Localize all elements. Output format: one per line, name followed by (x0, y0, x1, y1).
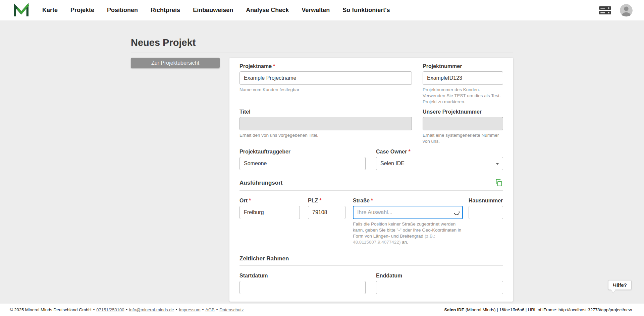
unsere-projektnummer-helper: Erhält eine systemgenerierte Nummer von … (423, 132, 503, 144)
required-asterisk: * (273, 63, 275, 69)
datenschutz-link[interactable]: Datenschutz (219, 307, 244, 312)
user-avatar[interactable] (620, 4, 633, 17)
titel-input (239, 117, 412, 130)
case-owner-select[interactable]: Selen IDE (376, 157, 503, 170)
projektname-helper: Name vom Kunden festlegbar (239, 87, 412, 93)
footer-left: © 2025 Mineral Minds Deutschland GmbH • … (10, 307, 244, 312)
projektname-label: Projektname* (239, 63, 412, 69)
nav-item-positionen[interactable]: Positionen (107, 7, 138, 14)
section-title-zeitlicher-rahmen: Zeitlicher Rahmen (239, 255, 289, 262)
footer-separator: • (176, 307, 177, 312)
footer: © 2025 Mineral Minds Deutschland GmbH • … (0, 304, 644, 316)
enddatum-input[interactable] (376, 281, 503, 294)
case-owner-label: Case Owner* (376, 148, 503, 155)
case-owner-label-text: Case Owner (376, 149, 407, 154)
project-form-card: Projektname* Name vom Kunden festlegbar … (229, 58, 513, 302)
hausnummer-input[interactable] (469, 206, 503, 219)
help-button-label: Hilfe? (613, 282, 627, 288)
nav-item-projekte[interactable]: Projekte (70, 7, 94, 14)
footer-session-info: Selen IDE (Mineral Minds) | 16fae1ffc6a6… (444, 307, 632, 312)
phone-link[interactable]: 07151/250100 (96, 307, 124, 312)
unsere-projektnummer-input (423, 117, 503, 130)
nav-item-verwalten[interactable]: Verwalten (302, 7, 330, 14)
strasse-input[interactable] (353, 206, 463, 219)
footer-user: Selen IDE (444, 307, 464, 312)
strasse-helper: Falls die Position keiner Straße zugeord… (353, 221, 463, 245)
footer-separator: • (202, 307, 204, 312)
projektauftraggeber-input[interactable] (239, 157, 366, 170)
section-divider (239, 190, 503, 191)
main-nav: Karte Projekte Positionen Richtpreis Ein… (42, 7, 390, 14)
person-icon (620, 4, 633, 17)
project-overview-button[interactable]: Zur Projektübersicht (131, 58, 220, 68)
mineral-minds-logo-icon (13, 3, 29, 17)
nav-item-einbauweisen[interactable]: Einbauweisen (193, 7, 233, 14)
agb-link[interactable]: AGB (205, 307, 214, 312)
brand-logo[interactable] (13, 3, 29, 17)
copyright-text: © 2025 Mineral Minds Deutschland GmbH (10, 307, 92, 312)
startdatum-input[interactable] (239, 281, 366, 294)
footer-session-details: (Mineral Minds) | 16fae1ffc6a6 | URL of … (464, 307, 632, 312)
nav-item-so-funktionierts[interactable]: So funktioniert's (342, 7, 390, 14)
plz-label: PLZ* (308, 197, 345, 204)
plz-input[interactable] (308, 206, 345, 219)
titel-label: Titel (239, 109, 412, 115)
copy-icon[interactable] (494, 178, 503, 187)
nav-item-analyse-check[interactable]: Analyse Check (246, 7, 289, 14)
required-asterisk: * (408, 149, 410, 154)
startdatum-label: Startdatum (239, 272, 366, 279)
email-link[interactable]: info@mineral-minds.de (129, 307, 174, 312)
ort-label: Ort* (239, 197, 300, 204)
title-divider (131, 53, 513, 53)
chevron-down-icon (496, 163, 499, 165)
section-divider (239, 265, 503, 266)
titel-helper: Erhält den von uns vorgegebenen Titel. (239, 132, 412, 138)
hausnummer-label: Hausnummer (469, 197, 503, 204)
top-navbar: Karte Projekte Positionen Richtpreis Ein… (0, 0, 644, 20)
impressum-link[interactable]: Impressum (179, 307, 200, 312)
required-asterisk: * (319, 198, 321, 203)
unsere-projektnummer-label: Unsere Projektnummer (423, 109, 503, 115)
navbar-right (599, 4, 633, 17)
strasse-helper-end: an. (402, 240, 408, 245)
help-button[interactable]: Hilfe? (608, 280, 632, 290)
left-column: Zur Projektübersicht (131, 58, 229, 302)
ort-label-text: Ort (239, 198, 248, 203)
projektnummer-helper: Projektnummer des Kunden. Verwenden Sie … (423, 87, 503, 105)
footer-separator: • (126, 307, 127, 312)
nav-item-richtpreis[interactable]: Richtpreis (151, 7, 180, 14)
plz-label-text: PLZ (308, 198, 318, 203)
strasse-label: Straße* (353, 197, 463, 204)
enddatum-label: Enddatum (376, 272, 503, 279)
projektname-label-text: Projektname (239, 63, 272, 69)
projektauftraggeber-label: Projektauftraggeber (239, 148, 366, 155)
projektname-input[interactable] (239, 71, 412, 85)
section-title-ausfuehrungsort: Ausführungsort (239, 179, 282, 186)
footer-separator: • (93, 307, 95, 312)
ort-input[interactable] (239, 206, 300, 219)
nav-item-karte[interactable]: Karte (42, 7, 58, 14)
required-asterisk: * (371, 198, 373, 203)
footer-separator: • (216, 307, 218, 312)
projektnummer-input[interactable] (423, 71, 503, 85)
strasse-helper-main: Falls die Position keiner Straße zugeord… (353, 222, 461, 239)
strasse-label-text: Straße (353, 198, 370, 203)
server-icon[interactable] (599, 6, 611, 15)
app-root: { "navbar": { "items": ["Karte", "Projek… (0, 0, 644, 316)
page-title: Neues Projekt (131, 20, 513, 48)
case-owner-value: Selen IDE (380, 161, 405, 167)
projektnummer-label: Projektnummer (423, 63, 503, 69)
required-asterisk: * (249, 198, 251, 203)
main-content: Neues Projekt Zur Projektübersicht Proje… (0, 20, 644, 304)
